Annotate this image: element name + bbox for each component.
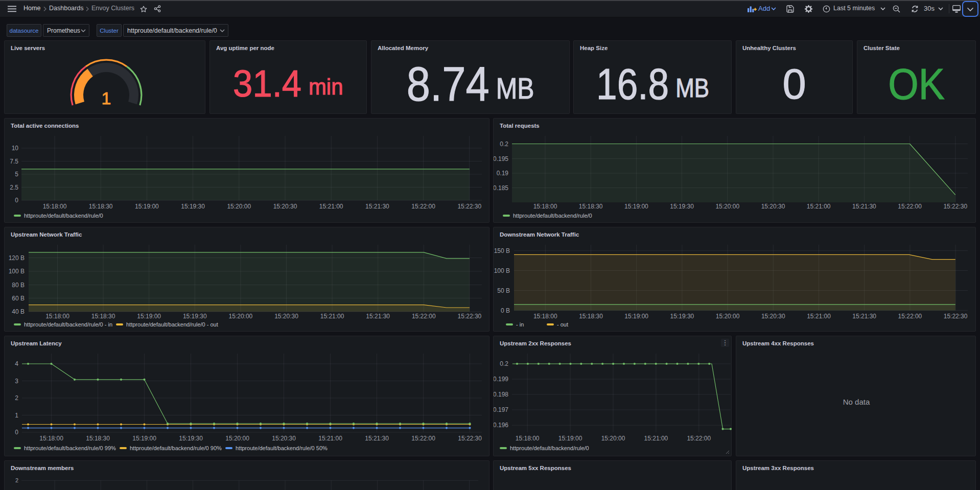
svg-text:15:18:30: 15:18:30: [91, 313, 115, 320]
svg-text:0.195: 0.195: [494, 155, 508, 162]
svg-text:15:21:30: 15:21:30: [366, 313, 390, 320]
svg-text:15:19:00: 15:19:00: [137, 313, 161, 320]
svg-text:1: 1: [102, 88, 111, 108]
svg-text:15:20:30: 15:20:30: [273, 203, 297, 210]
svg-text:120 B: 120 B: [9, 254, 25, 262]
svg-text:15:19:30: 15:19:30: [670, 203, 694, 210]
svg-text:15:18:00: 15:18:00: [39, 435, 63, 442]
svg-text:0.197: 0.197: [494, 406, 508, 413]
svg-text:15:20:30: 15:20:30: [272, 435, 296, 442]
svg-text:15:20:30: 15:20:30: [761, 203, 785, 210]
svg-text:60 B: 60 B: [12, 295, 25, 302]
svg-text:httproute/default/backend/rule: httproute/default/backend/rule/0: [24, 213, 103, 219]
svg-text:15:21:30: 15:21:30: [852, 203, 876, 210]
svg-text:15:22:00: 15:22:00: [898, 313, 922, 320]
svg-text:15:21:00: 15:21:00: [320, 313, 344, 320]
svg-text:15:19:30: 15:19:30: [181, 203, 205, 210]
svg-text:40 B: 40 B: [12, 308, 25, 315]
svg-text:15:19:30: 15:19:30: [670, 313, 694, 320]
svg-text:httproute/default/backend/rule: httproute/default/backend/rule/0: [510, 445, 589, 451]
svg-text:15:21:30: 15:21:30: [365, 203, 389, 210]
svg-text:15:18:00: 15:18:00: [43, 203, 67, 210]
svg-text:15:18:30: 15:18:30: [89, 203, 113, 210]
svg-text:150 B: 150 B: [494, 247, 510, 254]
svg-text:15:18:00: 15:18:00: [533, 313, 557, 320]
svg-text:0.2: 0.2: [500, 141, 508, 148]
svg-text:15:19:00: 15:19:00: [135, 203, 159, 210]
svg-text:15:18:30: 15:18:30: [86, 435, 110, 442]
svg-text:15:20:00: 15:20:00: [716, 313, 740, 320]
svg-text:3: 3: [15, 378, 18, 385]
svg-text:100 B: 100 B: [9, 268, 25, 275]
svg-text:80 B: 80 B: [12, 282, 25, 289]
svg-text:15:21:30: 15:21:30: [365, 435, 389, 442]
svg-text:15:21:00: 15:21:00: [644, 435, 668, 442]
svg-text:15:20:30: 15:20:30: [761, 313, 785, 320]
svg-text:15:18:00: 15:18:00: [516, 435, 540, 442]
svg-text:4: 4: [15, 360, 18, 367]
svg-text:httproute/default/backend/rule: httproute/default/backend/rule/0 99%: [24, 445, 116, 451]
svg-text:2.5: 2.5: [10, 184, 18, 191]
svg-text:0 B: 0 B: [501, 307, 510, 314]
svg-text:15:22:00: 15:22:00: [411, 435, 435, 442]
svg-text:httproute/default/backend/rule: httproute/default/backend/rule/0 - out: [126, 321, 218, 328]
svg-text:15:20:00: 15:20:00: [601, 435, 625, 442]
svg-text:15:20:00: 15:20:00: [225, 435, 249, 442]
svg-text:0: 0: [15, 197, 18, 204]
svg-text:15:19:00: 15:19:00: [132, 435, 156, 442]
svg-text:httproute/default/backend/rule: httproute/default/backend/rule/0: [513, 213, 592, 219]
svg-text:15:18:30: 15:18:30: [579, 313, 603, 320]
svg-text:15:20:00: 15:20:00: [715, 203, 739, 210]
svg-text:100 B: 100 B: [494, 267, 510, 274]
svg-text:httproute/default/backend/rule: httproute/default/backend/rule/0 - in: [24, 321, 112, 328]
svg-text:15:21:00: 15:21:00: [807, 203, 831, 210]
svg-text:15:21:00: 15:21:00: [807, 313, 831, 320]
svg-text:15:20:00: 15:20:00: [229, 313, 253, 320]
svg-text:7.5: 7.5: [10, 158, 18, 165]
svg-text:15:21:00: 15:21:00: [319, 203, 343, 210]
svg-text:httproute/default/backend/rule: httproute/default/backend/rule/0 90%: [130, 445, 222, 451]
svg-text:1: 1: [15, 412, 18, 419]
svg-text:15:18:00: 15:18:00: [45, 313, 69, 320]
svg-text:0.199: 0.199: [494, 376, 508, 383]
svg-text:15:22:30: 15:22:30: [458, 313, 482, 320]
svg-text:15:21:30: 15:21:30: [852, 313, 876, 320]
svg-text:15:22:00: 15:22:00: [411, 203, 435, 210]
svg-text:httproute/default/backend/rule: httproute/default/backend/rule/0 50%: [236, 445, 328, 451]
svg-text:15:20:00: 15:20:00: [227, 203, 251, 210]
svg-text:15:18:30: 15:18:30: [579, 203, 603, 210]
svg-text:5: 5: [15, 171, 18, 178]
svg-text:15:22:00: 15:22:00: [687, 435, 711, 442]
svg-text:15:21:00: 15:21:00: [318, 435, 342, 442]
svg-text:15:19:30: 15:19:30: [179, 435, 203, 442]
svg-text:15:18:00: 15:18:00: [533, 203, 557, 210]
svg-text:15:20:30: 15:20:30: [274, 313, 298, 320]
svg-text:0.2: 0.2: [500, 360, 508, 367]
svg-text:15:19:00: 15:19:00: [624, 313, 648, 320]
svg-text:15:22:30: 15:22:30: [943, 203, 967, 210]
svg-text:15:22:30: 15:22:30: [944, 313, 968, 320]
svg-text:15:22:30: 15:22:30: [458, 435, 482, 442]
svg-text:10: 10: [12, 145, 19, 152]
svg-text:15:22:00: 15:22:00: [412, 313, 436, 320]
svg-text:15:19:00: 15:19:00: [624, 203, 648, 210]
svg-text:0: 0: [15, 429, 18, 436]
svg-text:0.198: 0.198: [494, 391, 508, 398]
svg-text:0.196: 0.196: [494, 422, 508, 429]
svg-text:2: 2: [15, 477, 18, 483]
svg-text:15:19:00: 15:19:00: [558, 435, 582, 442]
svg-text:50 B: 50 B: [497, 287, 510, 294]
svg-text:2: 2: [15, 394, 18, 402]
svg-text:15:19:30: 15:19:30: [183, 313, 207, 320]
svg-text:15:22:30: 15:22:30: [457, 203, 481, 210]
svg-text:0.19: 0.19: [497, 170, 509, 177]
svg-text:No data: No data: [843, 398, 870, 406]
svg-text:15:22:00: 15:22:00: [898, 203, 922, 210]
svg-text:- in: - in: [516, 321, 524, 328]
svg-text:- out: - out: [557, 321, 568, 328]
svg-text:0.185: 0.185: [494, 184, 508, 192]
